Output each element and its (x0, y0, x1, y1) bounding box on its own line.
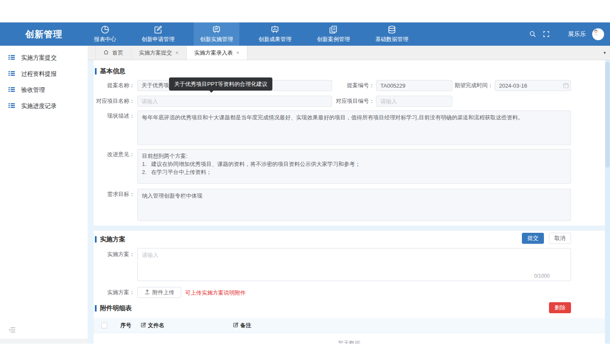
nav-item-base-data[interactable]: 基础数据管理 (369, 22, 415, 46)
basic-info-card: 基本信息 提案名称： 提案编号： 期望完成时间： 关于优秀项目PPT等资料的合理… (94, 60, 605, 226)
column-label: 备注 (240, 322, 251, 329)
list-icon (8, 70, 15, 78)
upload-attachment-button[interactable]: 附件上传 (137, 287, 181, 298)
avatar[interactable] (592, 28, 604, 40)
tab-bar: 首页 实施方案提交 × 实施方案录入表 × ▼ (88, 46, 610, 60)
implementation-section-header: 实施方案 (95, 235, 125, 243)
edit-icon (153, 25, 163, 34)
status-desc-label: 现状描述： (94, 110, 135, 121)
pie-chart-icon (100, 25, 110, 34)
project-name-label: 对应项目名称： (94, 96, 135, 107)
tooltip-text: 关于优秀项目PPT等资料的合理化建议 (174, 81, 267, 87)
home-icon (103, 50, 109, 56)
top-nav-right: 展乐乐 (529, 22, 604, 46)
app-title: 创新管理 (0, 28, 88, 40)
expected-date-label: 期望完成时间： (442, 80, 493, 91)
nav-item-label: 报表中心 (94, 36, 116, 43)
table-empty-text: 暂无数据 (94, 339, 605, 344)
search-icon[interactable] (529, 30, 536, 38)
section-accent-bar (95, 305, 97, 312)
section-title: 附件明细表 (100, 304, 132, 312)
nav-item-report-center[interactable]: 报表中心 (88, 22, 122, 46)
sidebar-item-label: 实施方案提交 (21, 54, 57, 62)
presentation-bar-chart-icon (270, 25, 280, 34)
upload-button-label: 附件上传 (152, 289, 175, 296)
edit-cell-icon (233, 322, 238, 329)
proposal-no-input[interactable] (376, 80, 452, 91)
proposal-no-label: 提案编号： (324, 80, 374, 91)
list-icon (8, 54, 15, 62)
target-label: 需求目标： (94, 189, 135, 200)
nav-item-innovation-cases[interactable]: 创新案例管理 (311, 22, 356, 46)
column-label: 序号 (120, 322, 131, 329)
column-header-filename: 文件名 (141, 322, 164, 329)
nav-item-innovation-results[interactable]: 创新成果管理 (252, 22, 298, 46)
presentation-line-chart-icon (212, 25, 221, 34)
tab-label: 首页 (112, 49, 123, 57)
target-textarea[interactable]: 纳入管理创新专栏中体现 (137, 189, 571, 221)
proposal-name-tooltip: 关于优秀项目PPT等资料的合理化建议 (169, 77, 272, 91)
select-all-checkbox[interactable] (101, 323, 107, 328)
plan-label: 实施方案： (94, 249, 135, 260)
section-accent-bar (95, 236, 97, 243)
user-name[interactable]: 展乐乐 (568, 30, 586, 38)
tooltip-arrow (209, 90, 214, 93)
tab-plan-entry-form[interactable]: 实施方案录入表 × (187, 46, 248, 60)
fullscreen-icon[interactable] (543, 30, 550, 38)
documents-icon (329, 25, 338, 34)
implementation-card: 实施方案 提交 取消 实施方案： 0/1000 实施方案： 附件上传 可上传实施… (94, 231, 605, 344)
section-accent-bar (95, 68, 97, 74)
section-title: 基本信息 (100, 67, 125, 75)
sidebar-item-label: 实施进度记录 (21, 102, 57, 110)
basic-info-section-header: 基本信息 (95, 67, 125, 75)
char-counter: 0/1000 (534, 273, 550, 279)
upload-icon (144, 289, 150, 296)
sidebar-item-plan-submit[interactable]: 实施方案提交 (0, 50, 88, 66)
main-content: 基本信息 提案名称： 提案编号： 期望完成时间： 关于优秀项目PPT等资料的合理… (88, 60, 610, 344)
nav-item-innovation-implementation[interactable]: 创新实施管理 (194, 22, 239, 46)
tab-plan-submit[interactable]: 实施方案提交 × (131, 46, 187, 60)
tab-label: 实施方案录入表 (194, 49, 233, 57)
column-label: 文件名 (148, 322, 164, 329)
tab-home[interactable]: 首页 (95, 46, 131, 60)
submit-button[interactable]: 提交 (522, 233, 544, 244)
top-nav: 创新管理 报表中心 创新申请管理 创新实施管理 创新成果管理 创新案例管理 (0, 22, 610, 46)
status-desc-textarea[interactable]: 每年年底评选的优秀项目和十大课题都是当年度完成情况最好、实现效果最好的项目，值得… (137, 110, 571, 145)
delete-button[interactable]: 删除 (549, 302, 571, 313)
cancel-button[interactable]: 取消 (549, 233, 571, 244)
sidebar-item-progress-record[interactable]: 实施进度记录 (0, 98, 88, 114)
close-icon[interactable]: × (236, 50, 240, 56)
plan-textarea[interactable] (137, 248, 571, 281)
nav-item-label: 基础数据管理 (375, 36, 408, 43)
list-icon (8, 86, 15, 94)
sidebar-item-label: 验收管理 (21, 86, 45, 94)
attachment-label: 实施方案： (94, 287, 135, 298)
nav-item-label: 创新案例管理 (317, 36, 350, 43)
app-window: 创新管理 报表中心 创新申请管理 创新实施管理 创新成果管理 创新案例管理 (0, 0, 610, 364)
top-nav-menu: 报表中心 创新申请管理 创新实施管理 创新成果管理 创新案例管理 基础数据管理 (88, 22, 427, 46)
column-header-seq: 序号 (120, 322, 131, 329)
improvement-textarea[interactable]: 目前想到两个方案: 1. 建议在协同增加优秀项目、课题的资料，将不涉密的项目资料… (137, 149, 571, 184)
edit-cell-icon (141, 322, 146, 329)
nav-item-label: 创新实施管理 (200, 36, 233, 43)
nav-item-innovation-apply[interactable]: 创新申请管理 (135, 22, 181, 46)
expected-date-input[interactable] (495, 80, 571, 91)
nav-item-label: 创新申请管理 (141, 36, 175, 43)
proposal-name-label: 提案名称： (94, 80, 135, 91)
sidebar-item-label: 过程资料提报 (21, 70, 57, 78)
sidebar: 实施方案提交 过程资料提报 验收管理 实施进度记录 (0, 46, 88, 339)
project-no-input[interactable] (376, 96, 452, 107)
scrollbar-thumb[interactable] (605, 62, 610, 168)
tab-overflow-dropdown[interactable]: ▼ (603, 46, 607, 60)
nav-item-label: 创新成果管理 (258, 36, 291, 43)
vertical-scrollbar[interactable] (605, 60, 610, 344)
sidebar-item-process-report[interactable]: 过程资料提报 (0, 66, 88, 82)
sidebar-bottom-strip (0, 339, 88, 344)
list-icon (8, 102, 15, 110)
project-name-input[interactable] (137, 96, 332, 107)
close-icon[interactable]: × (175, 50, 179, 56)
sidebar-item-acceptance[interactable]: 验收管理 (0, 82, 88, 98)
column-header-remark: 备注 (233, 322, 251, 329)
project-no-label: 对应项目编号： (324, 96, 374, 107)
sidebar-collapse-icon[interactable] (8, 326, 16, 335)
